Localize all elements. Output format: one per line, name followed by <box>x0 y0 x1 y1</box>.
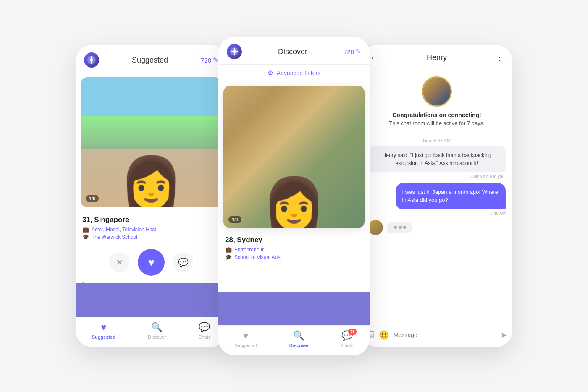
dot-1 <box>394 226 397 229</box>
svg-point-1 <box>90 58 93 62</box>
center-nav-chats[interactable]: 75 💬 Chats <box>341 330 354 348</box>
phone-center: Discover 720 ✎ ⚙ Advanced Filters 1/9 28… <box>218 37 370 355</box>
center-discover-label: Discover <box>289 343 309 348</box>
typing-bubble <box>387 222 413 233</box>
profile-image-container[interactable]: 1/9 <box>81 77 222 207</box>
connect-sub-message: This chat room will be active for 7 days… <box>389 120 485 126</box>
profile-photo <box>81 77 222 207</box>
discover-occupation-tag: 💼 Entrepreneur <box>225 246 281 253</box>
visible-note: Only visible to you. <box>368 174 506 179</box>
suggested-title: Suggested <box>132 56 168 65</box>
photo-count: 1/9 <box>86 195 99 202</box>
message-button[interactable]: 💬 <box>173 252 193 272</box>
chat-input-bar: 🖼 🙂 ➤ <box>361 322 512 347</box>
send-button[interactable]: ➤ <box>500 330 507 340</box>
emoji-icon: 🙂 <box>379 330 389 340</box>
back-button[interactable]: ← <box>370 53 378 63</box>
chats-badge: 75 <box>348 329 357 335</box>
pass-button[interactable]: ✕ <box>109 252 129 272</box>
more-options-button[interactable]: ⋮ <box>496 52 504 63</box>
nav-chats-label: Chats <box>199 335 211 340</box>
chat-header: ← Henry ⋮ <box>361 45 512 68</box>
discover-school-tag: 🎓 School of Visual Arts <box>225 254 281 260</box>
discover-photo <box>223 86 365 228</box>
like-button[interactable]: ♥ <box>138 249 165 276</box>
sent-time: 8:46 AM <box>368 211 506 216</box>
message-input[interactable] <box>394 332 496 338</box>
action-buttons: ✕ ♥ 💬 <box>76 246 227 279</box>
age-location: 31, Singapore <box>82 216 220 224</box>
school-tag: 🎓 The Warwick School <box>82 234 220 240</box>
filter-bar[interactable]: ⚙ Advanced Filters <box>218 65 370 81</box>
phone-right: ← Henry ⋮ Congratulations on connecting!… <box>361 45 512 347</box>
center-heart-icon: ♥ <box>243 330 248 341</box>
discover-title: Discover <box>278 47 307 56</box>
discover-briefcase-icon: 💼 <box>225 246 232 253</box>
phones-container: Suggested 720 ✎ 1/9 31, Singapore 💼 Acto… <box>42 37 546 355</box>
sent-message: I was just in Japan a month ago! Where i… <box>396 183 506 209</box>
nav-suggested[interactable]: ♥ Suggested <box>92 322 116 340</box>
svg-point-3 <box>233 50 236 53</box>
discover-purple-band <box>218 292 370 325</box>
discover-header: Discover 720 ✎ <box>218 37 370 65</box>
discover-age-location: 28, Sydney <box>225 236 281 244</box>
nav-discover[interactable]: 🔍 Discover <box>148 322 166 340</box>
discover-score: 720 ✎ <box>344 48 361 55</box>
dot-2 <box>399 226 402 229</box>
nav-discover-label: Discover <box>148 335 166 340</box>
discover-profile-info: 28, Sydney 💼 Entrepreneur 🎓 School of Vi… <box>225 236 281 261</box>
typing-avatar <box>368 220 383 235</box>
school-icon: 🎓 <box>82 234 89 240</box>
discover-school-icon: 🎓 <box>225 254 232 260</box>
connect-section: Congratulations on connecting! This chat… <box>361 68 512 131</box>
connect-message: Congratulations on connecting! <box>392 112 481 118</box>
briefcase-icon: 💼 <box>82 226 89 233</box>
discover-nav-icon: 🔍 <box>151 322 163 333</box>
filter-label: Advanced Filters <box>277 70 320 76</box>
dot-3 <box>403 226 406 229</box>
center-suggested-label: Suggested <box>235 343 257 348</box>
center-nav-discover[interactable]: 🔍 Discover <box>289 330 309 348</box>
suggested-header: Suggested 720 ✎ <box>76 45 227 73</box>
chat-title: Henry <box>427 53 447 62</box>
center-discover-icon: 🔍 <box>293 330 304 341</box>
occupation-tag: 💼 Actor, Model, Television Host <box>82 226 220 233</box>
chat-nav-icon: 💬 <box>199 322 210 333</box>
bottom-nav-center: ♥ Suggested 🔍 Discover 75 💬 Chats <box>218 325 370 355</box>
bottom-nav-left: ♥ Suggested 🔍 Discover 💬 Chats <box>76 317 227 347</box>
app-logo-center <box>227 44 242 59</box>
score-display: 720 ✎ <box>201 56 218 64</box>
discover-photo-count: 1/9 <box>228 216 242 223</box>
system-message: Henry said, "I just got back from a back… <box>368 146 506 172</box>
henry-avatar <box>422 76 452 107</box>
discover-profile-row: 28, Sydney 💼 Entrepreneur 🎓 School of Vi… <box>218 233 370 265</box>
nav-suggested-label: Suggested <box>92 335 116 340</box>
message-timestamp: Sun, 8:46 AM <box>368 138 506 143</box>
nav-chats[interactable]: 💬 Chats <box>199 322 211 340</box>
henry-avatar-image <box>423 78 451 105</box>
discover-card[interactable]: 1/9 <box>223 86 365 228</box>
center-nav-suggested[interactable]: ♥ Suggested <box>235 330 257 348</box>
profile-info: 31, Singapore 💼 Actor, Model, Television… <box>76 212 227 246</box>
phone-left: Suggested 720 ✎ 1/9 31, Singapore 💼 Acto… <box>76 45 227 347</box>
center-chats-label: Chats <box>341 343 354 348</box>
chat-messages: Sun, 8:46 AM Henry said, "I just got bac… <box>361 131 512 239</box>
purple-band <box>76 283 227 317</box>
heart-nav-icon: ♥ <box>101 322 106 333</box>
filter-icon: ⚙ <box>268 69 273 77</box>
app-logo <box>84 52 99 68</box>
typing-indicator <box>368 220 506 235</box>
